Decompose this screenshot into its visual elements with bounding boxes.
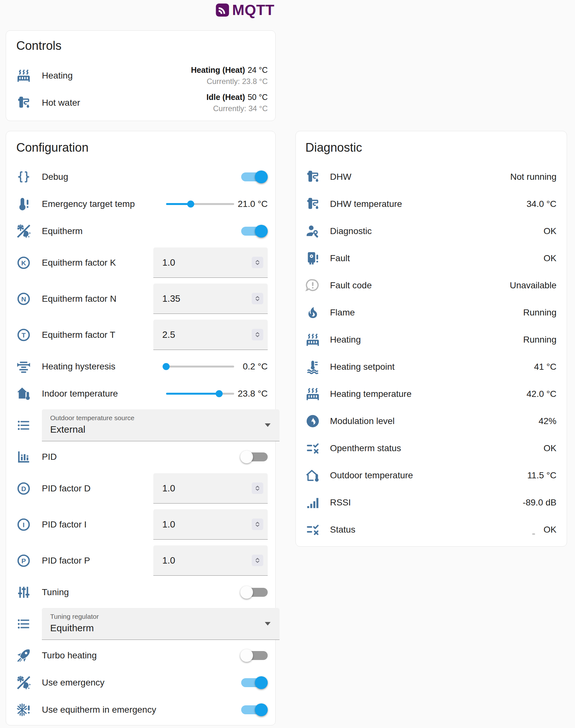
pid-toggle[interactable] xyxy=(240,450,268,463)
fire-icon xyxy=(305,305,320,320)
equitherm-factor-t-input[interactable]: 2.5 xyxy=(153,320,268,350)
config-row-tuning-regulator: Tuning regulator Equitherm xyxy=(16,606,268,642)
chat-alert-icon xyxy=(305,278,320,293)
climate-state: Heating (Heat)24 °C Currently: 23.8 °C xyxy=(191,66,268,86)
config-row-pid-factor-i: PID factor I 1.0 xyxy=(16,506,268,543)
water-pump-icon xyxy=(305,197,320,211)
tune-vertical-icon xyxy=(16,585,31,599)
config-row-debug: Debug xyxy=(16,163,268,190)
diagnostic-row-dhw[interactable]: DHW Not running xyxy=(305,163,556,190)
sensor-value: 11.5 °C xyxy=(527,470,556,480)
list-status-icon xyxy=(305,441,320,456)
config-row-equitherm-factor-t: Equitherm factor T 2.5 xyxy=(16,317,268,353)
config-row-use-equitherm-in-emergency: Use equitherm in emergency xyxy=(16,696,268,723)
debug-toggle[interactable] xyxy=(240,171,268,183)
heating-hysteresis-slider[interactable] xyxy=(166,362,234,371)
hysteresis-icon xyxy=(16,359,31,374)
use-equitherm-in-emergency-toggle[interactable] xyxy=(240,703,268,716)
tuning-toggle[interactable] xyxy=(240,586,268,599)
diagnostic-row-fault-code[interactable]: Fault code Unavailable xyxy=(305,272,556,299)
sensor-value: Running xyxy=(523,307,556,318)
diagnostic-row-modulation-level[interactable]: Modulation level 42% xyxy=(305,407,556,435)
slider-value: 23.8 °C xyxy=(234,389,268,399)
radiator-icon xyxy=(16,68,31,83)
rocket-launch-icon xyxy=(16,648,31,663)
water-pump-icon xyxy=(305,170,320,184)
diagnostic-row-heating[interactable]: Heating Running xyxy=(305,326,556,353)
config-row-tuning: Tuning xyxy=(16,579,268,606)
indoor-temperature-slider[interactable] xyxy=(166,390,234,398)
diagnostic-row-flame[interactable]: Flame Running xyxy=(305,299,556,326)
equitherm-toggle[interactable] xyxy=(240,225,268,238)
climate-row-heating[interactable]: Heating Heating (Heat)24 °C Currently: 2… xyxy=(16,62,268,89)
sensor-value: 34.0 °C xyxy=(527,199,556,209)
mqtt-logo-text: MQTT xyxy=(232,3,274,17)
sensor-value: 42% xyxy=(539,416,556,426)
coolant-temperature-icon xyxy=(305,360,320,374)
diagnostic-row-heating-setpoint[interactable]: Heating setpoint 41 °C xyxy=(305,353,556,380)
chart-histogram-icon xyxy=(16,449,31,464)
pid-factor-p-input[interactable]: 1.0 xyxy=(153,545,268,576)
stepper-icon[interactable] xyxy=(252,482,263,494)
pid-factor-i-input[interactable]: 1.0 xyxy=(153,509,268,540)
water-boiler-alert-icon xyxy=(305,251,320,266)
thermometer-alert-icon xyxy=(16,197,31,211)
stepper-icon[interactable] xyxy=(252,257,263,268)
diagnostic-row-rssi[interactable]: RSSI -89.0 dB xyxy=(305,489,556,516)
diagnostic-row-diagnostic[interactable]: Diagnostic OK xyxy=(305,217,556,245)
sensor-value: OK xyxy=(544,253,556,263)
controls-card: Controls Heating Heating (Heat)24 °C Cur… xyxy=(6,30,276,121)
sensor-value: -89.0 dB xyxy=(522,498,556,508)
config-row-equitherm-factor-k: Equitherm factor K 1.0 xyxy=(16,245,268,281)
diagnostic-row-fault[interactable]: Fault OK xyxy=(305,245,556,272)
sun-snowflake-icon xyxy=(16,224,31,239)
sensor-value: Running xyxy=(523,335,556,345)
config-row-indoor-temperature: Indoor temperature 23.8 °C xyxy=(16,380,268,407)
slider-value: 21.0 °C xyxy=(234,199,268,209)
alpha-t-circle-icon xyxy=(16,328,31,342)
diagnostic-card: Diagnostic DHW Not running DHW temperatu… xyxy=(296,131,567,547)
alpha-k-circle-icon xyxy=(16,255,31,270)
equitherm-factor-k-input[interactable]: 1.0 xyxy=(153,248,268,278)
list-bulleted-icon xyxy=(16,418,31,433)
snowflake-alert-icon xyxy=(16,702,31,717)
outdoor-temperature-source-select[interactable]: Outdoor temperature source External xyxy=(42,409,279,441)
equitherm-factor-n-input[interactable]: 1.35 xyxy=(153,284,268,314)
diagnostic-row-opentherm-status[interactable]: Opentherm status OK xyxy=(305,435,556,462)
pid-factor-d-input[interactable]: 1.0 xyxy=(153,473,268,504)
diagnostic-row-status[interactable]: Status OK xyxy=(305,516,556,543)
controls-title: Controls xyxy=(16,39,268,62)
signal-icon xyxy=(305,495,320,510)
emergency-target-temp-slider[interactable] xyxy=(166,200,234,208)
config-row-pid-factor-p: PID factor P 1.0 xyxy=(16,543,268,579)
config-row-turbo-heating: Turbo heating xyxy=(16,642,268,669)
use-emergency-toggle[interactable] xyxy=(240,676,268,689)
alpha-n-circle-icon xyxy=(16,292,31,306)
water-heater-state: Idle (Heat)50 °C Currently: 34 °C xyxy=(206,93,268,113)
slider-value: 0.2 °C xyxy=(234,361,268,371)
turbo-heating-toggle[interactable] xyxy=(240,649,268,662)
diagnostic-row-dhw-temperature[interactable]: DHW temperature 34.0 °C xyxy=(305,190,556,217)
sun-snowflake-icon xyxy=(16,675,31,690)
stepper-icon[interactable] xyxy=(252,555,263,566)
diagnostic-row-outdoor-temperature[interactable]: Outdoor temperature 11.5 °C xyxy=(305,462,556,489)
config-row-equitherm: Equitherm xyxy=(16,217,268,245)
home-thermometer-outline-icon xyxy=(305,468,320,483)
current-temperature: Currently: 23.8 °C xyxy=(191,77,268,86)
stepper-icon[interactable] xyxy=(252,293,263,304)
diagnostic-row-heating-temperature[interactable]: Heating temperature 42.0 °C xyxy=(305,380,556,407)
alpha-d-circle-icon xyxy=(16,481,31,496)
tuning-regulator-select[interactable]: Tuning regulator Equitherm xyxy=(42,608,279,640)
stepper-icon[interactable] xyxy=(252,329,263,340)
sensor-value: Unavailable xyxy=(510,280,556,291)
alpha-i-circle-icon xyxy=(16,517,31,532)
list-status-icon xyxy=(305,522,320,537)
water-heater-row[interactable]: Hot water Idle (Heat)50 °C Currently: 34… xyxy=(16,89,268,116)
home-thermometer-icon xyxy=(16,386,31,401)
dropdown-caret-icon xyxy=(265,622,271,625)
account-wrench-icon xyxy=(305,224,320,239)
sensor-value: 42.0 °C xyxy=(527,389,556,399)
radiator-icon xyxy=(305,387,320,401)
stepper-icon[interactable] xyxy=(252,518,263,530)
water-pump-icon xyxy=(16,96,31,110)
